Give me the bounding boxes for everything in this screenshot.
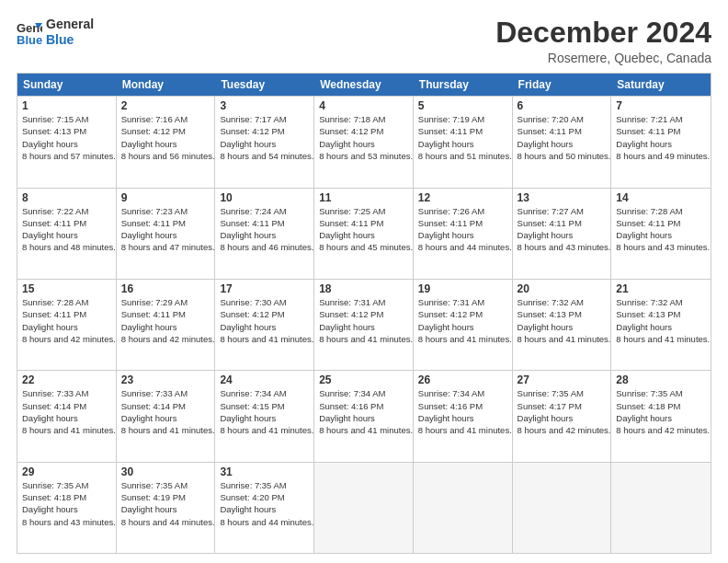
month-title: December 2024: [495, 17, 711, 49]
daylight: Daylight hours: [220, 503, 309, 515]
sunset: Sunset: 4:17 PM: [518, 400, 607, 412]
day-number: 2: [121, 99, 210, 112]
day-number: 11: [319, 191, 408, 204]
daylight: Daylight hours: [616, 412, 706, 424]
daylight-value: 8 hours and 41 minutes.: [22, 424, 111, 436]
daylight-value: 8 hours and 41 minutes.: [418, 424, 507, 436]
daylight-value: 8 hours and 48 minutes.: [22, 241, 111, 253]
day-cell-25: 25 Sunrise: 7:34 AM Sunset: 4:16 PM Dayl…: [314, 371, 414, 461]
daylight-value: 8 hours and 42 minutes.: [518, 424, 607, 436]
sunrise: Sunrise: 7:23 AM: [121, 205, 210, 217]
day-cell-29: 29 Sunrise: 7:35 AM Sunset: 4:18 PM Dayl…: [17, 463, 117, 553]
day-number: 31: [220, 465, 309, 478]
daylight-value: 8 hours and 44 minutes.: [418, 241, 507, 253]
daylight: Daylight hours: [518, 138, 607, 150]
daylight: Daylight hours: [22, 138, 111, 150]
daylight: Daylight hours: [616, 229, 706, 241]
calendar-week-5: 29 Sunrise: 7:35 AM Sunset: 4:18 PM Dayl…: [17, 462, 711, 553]
day-cell-30: 30 Sunrise: 7:35 AM Sunset: 4:19 PM Dayl…: [117, 463, 216, 553]
day-cell-3: 3 Sunrise: 7:17 AM Sunset: 4:12 PM Dayli…: [215, 97, 314, 187]
day-cell-22: 22 Sunrise: 7:33 AM Sunset: 4:14 PM Dayl…: [17, 371, 117, 461]
sunset: Sunset: 4:11 PM: [418, 217, 507, 229]
sunset: Sunset: 4:15 PM: [220, 400, 309, 412]
sunset: Sunset: 4:12 PM: [319, 125, 408, 137]
calendar-week-4: 22 Sunrise: 7:33 AM Sunset: 4:14 PM Dayl…: [17, 370, 711, 461]
sunset: Sunset: 4:18 PM: [22, 491, 111, 503]
daylight-value: 8 hours and 41 minutes.: [121, 424, 210, 436]
sunrise: Sunrise: 7:33 AM: [121, 387, 210, 399]
calendar-header: SundayMondayTuesdayWednesdayThursdayFrid…: [17, 74, 711, 96]
day-cell-27: 27 Sunrise: 7:35 AM Sunset: 4:17 PM Dayl…: [513, 371, 612, 461]
sunset: Sunset: 4:14 PM: [121, 400, 210, 412]
sunrise: Sunrise: 7:32 AM: [616, 296, 706, 308]
sunrise: Sunrise: 7:33 AM: [22, 387, 111, 399]
sunrise: Sunrise: 7:22 AM: [22, 205, 111, 217]
day-cell-18: 18 Sunrise: 7:31 AM Sunset: 4:12 PM Dayl…: [314, 280, 414, 370]
sunrise: Sunrise: 7:31 AM: [319, 296, 408, 308]
daylight-value: 8 hours and 47 minutes.: [121, 241, 210, 253]
day-cell-19: 19 Sunrise: 7:31 AM Sunset: 4:12 PM Dayl…: [414, 280, 513, 370]
location: Rosemere, Quebec, Canada: [495, 51, 711, 65]
sunset: Sunset: 4:12 PM: [418, 308, 507, 320]
sunset: Sunset: 4:18 PM: [616, 400, 706, 412]
sunrise: Sunrise: 7:35 AM: [616, 387, 706, 399]
sunrise: Sunrise: 7:29 AM: [121, 296, 210, 308]
sunset: Sunset: 4:11 PM: [121, 308, 210, 320]
daylight: Daylight hours: [121, 412, 210, 424]
empty-cell: [611, 463, 711, 553]
day-number: 23: [121, 373, 210, 386]
day-cell-16: 16 Sunrise: 7:29 AM Sunset: 4:11 PM Dayl…: [117, 280, 216, 370]
calendar: SundayMondayTuesdayWednesdayThursdayFrid…: [17, 73, 711, 554]
sunset: Sunset: 4:11 PM: [319, 217, 408, 229]
daylight-value: 8 hours and 41 minutes.: [616, 333, 706, 345]
daylight: Daylight hours: [121, 229, 210, 241]
day-cell-1: 1 Sunrise: 7:15 AM Sunset: 4:13 PM Dayli…: [17, 97, 117, 187]
day-number: 29: [22, 465, 111, 478]
sunrise: Sunrise: 7:19 AM: [418, 113, 507, 125]
day-cell-8: 8 Sunrise: 7:22 AM Sunset: 4:11 PM Dayli…: [17, 189, 117, 279]
sunset: Sunset: 4:16 PM: [319, 400, 408, 412]
day-number: 5: [418, 99, 507, 112]
logo-line2: Blue: [46, 32, 94, 48]
daylight: Daylight hours: [220, 321, 309, 333]
empty-cell: [414, 463, 513, 553]
daylight: Daylight hours: [319, 229, 408, 241]
day-number: 14: [616, 191, 706, 204]
daylight: Daylight hours: [22, 503, 111, 515]
daylight: Daylight hours: [220, 229, 309, 241]
daylight-value: 8 hours and 53 minutes.: [319, 150, 408, 162]
day-cell-12: 12 Sunrise: 7:26 AM Sunset: 4:11 PM Dayl…: [414, 189, 513, 279]
day-number: 28: [616, 373, 706, 386]
daylight-value: 8 hours and 42 minutes.: [616, 424, 706, 436]
sunset: Sunset: 4:11 PM: [22, 217, 111, 229]
daylight-value: 8 hours and 42 minutes.: [121, 333, 210, 345]
daylight-value: 8 hours and 44 minutes.: [121, 516, 210, 528]
daylight: Daylight hours: [418, 229, 507, 241]
daylight: Daylight hours: [220, 138, 309, 150]
empty-cell: [314, 463, 414, 553]
day-number: 15: [22, 282, 111, 295]
day-number: 8: [22, 191, 111, 204]
daylight: Daylight hours: [319, 412, 408, 424]
daylight-value: 8 hours and 41 minutes.: [319, 424, 408, 436]
day-number: 21: [616, 282, 706, 295]
daylight: Daylight hours: [418, 412, 507, 424]
title-block: December 2024 Rosemere, Quebec, Canada: [495, 17, 711, 65]
day-number: 18: [319, 282, 408, 295]
day-number: 19: [418, 282, 507, 295]
daylight-value: 8 hours and 54 minutes.: [220, 150, 309, 162]
sunrise: Sunrise: 7:18 AM: [319, 113, 408, 125]
day-cell-17: 17 Sunrise: 7:30 AM Sunset: 4:12 PM Dayl…: [215, 280, 314, 370]
daylight-value: 8 hours and 42 minutes.: [22, 333, 111, 345]
sunrise: Sunrise: 7:34 AM: [319, 387, 408, 399]
day-cell-2: 2 Sunrise: 7:16 AM Sunset: 4:12 PM Dayli…: [117, 97, 216, 187]
logo: General Blue General Blue: [17, 17, 94, 48]
sunset: Sunset: 4:12 PM: [121, 125, 210, 137]
daylight: Daylight hours: [121, 321, 210, 333]
sunrise: Sunrise: 7:21 AM: [616, 113, 706, 125]
day-number: 10: [220, 191, 309, 204]
day-number: 25: [319, 373, 408, 386]
day-cell-11: 11 Sunrise: 7:25 AM Sunset: 4:11 PM Dayl…: [314, 189, 414, 279]
sunset: Sunset: 4:13 PM: [616, 308, 706, 320]
day-number: 3: [220, 99, 309, 112]
